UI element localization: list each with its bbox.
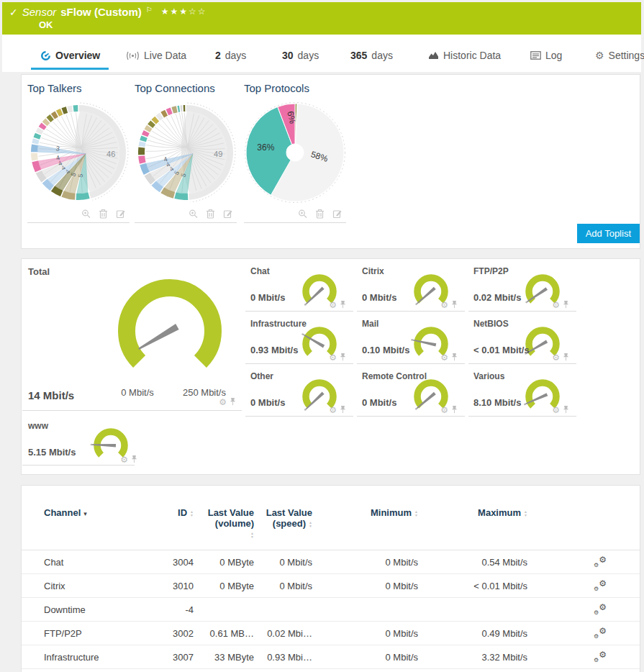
tab-settings-label: Settings xyxy=(609,50,644,61)
add-toplist-button[interactable]: Add Toplist xyxy=(577,224,640,243)
live-data-icon xyxy=(126,51,140,60)
gear-icon[interactable]: ⚙ xyxy=(440,353,448,362)
edit-icon[interactable] xyxy=(116,209,125,219)
tab-live-data[interactable]: Live Data xyxy=(126,50,186,68)
gauge-actions: ⚙ xyxy=(440,300,458,309)
tab-settings[interactable]: ⚙ Settings xyxy=(595,50,644,68)
tab-historic-label: Historic Data xyxy=(443,50,501,61)
last-value-speed: 0.93 Mbi… xyxy=(254,652,312,663)
gauge-actions: ⚙ xyxy=(120,455,137,464)
pin-icon[interactable] xyxy=(563,300,569,309)
column-header-last-value-volume-[interactable]: Last Value(volume)▲▼ xyxy=(194,507,254,540)
channel-name: Citrix xyxy=(44,581,150,591)
gear-icon[interactable]: ⚙ xyxy=(219,398,227,407)
toplist-toolbar xyxy=(27,208,130,222)
channel-settings-icon[interactable]: ⚙⚙ xyxy=(594,580,607,591)
table-row-downtime[interactable]: Downtime-4⚙⚙ xyxy=(22,598,640,622)
gear-icon[interactable]: ⚙ xyxy=(329,301,337,309)
gear-icon[interactable]: ⚙ xyxy=(440,406,448,414)
tab-log[interactable]: Log xyxy=(530,50,562,68)
pin-icon[interactable] xyxy=(563,405,569,414)
gear-icon[interactable]: ⚙ xyxy=(329,353,337,362)
column-header-id[interactable]: ID▲▼ xyxy=(150,507,194,518)
channel-table-panel: Channel▾ID▲▼Last Value(volume)▲▼Last Val… xyxy=(21,485,640,672)
pin-icon[interactable] xyxy=(451,405,458,414)
gear-icon[interactable]: ⚙ xyxy=(552,301,560,309)
sensor-kind-label: Sensor xyxy=(22,6,57,18)
last-value-speed: 0 Mbit/s xyxy=(254,557,312,568)
tab-log-label: Log xyxy=(545,50,562,61)
gauge-actions: ⚙ xyxy=(552,300,569,309)
channel-name: Infrastructure xyxy=(44,652,150,663)
channel-value: 0.10 Mbit/s xyxy=(362,345,409,355)
column-header-minimum[interactable]: Minimum▲▼ xyxy=(312,507,418,518)
total-gauge xyxy=(101,275,238,386)
toplist-top-protocols[interactable]: Top Protocols 58%36%6% xyxy=(244,82,346,223)
top-connections-chord-chart[interactable]: 5544449 xyxy=(135,96,237,208)
channel-label: www xyxy=(28,421,48,431)
gear-icon[interactable]: ⚙ xyxy=(552,406,560,414)
gauge-cell-netbios: NetBIOS< 0.01 Mbit/s⚙ xyxy=(468,318,576,364)
toplist-title: Top Talkers xyxy=(27,82,130,94)
top-protocols-pie-chart[interactable]: 58%36%6% xyxy=(244,96,346,208)
edit-icon[interactable] xyxy=(332,209,342,219)
sensor-header: ✓ Sensor sFlow (Custom) ⚐ ★★★☆☆ OK xyxy=(2,2,641,35)
histogram-icon xyxy=(428,51,439,60)
pin-icon[interactable] xyxy=(451,300,458,309)
column-header-channel[interactable]: Channel▾ xyxy=(44,507,150,519)
star-rating[interactable]: ★★★☆☆ xyxy=(161,6,207,17)
gear-icon[interactable]: ⚙ xyxy=(120,455,128,464)
channel-table-header: Channel▾ID▲▼Last Value(volume)▲▼Last Val… xyxy=(22,486,640,550)
tab-2-days[interactable]: 2days xyxy=(215,50,246,68)
channel-settings-icon[interactable]: ⚙⚙ xyxy=(594,651,607,663)
channel-value: 0.02 Mbit/s xyxy=(473,292,521,303)
table-row-citrix[interactable]: Citrix30100 MByte0 Mbit/s0 Mbit/s< 0.01 … xyxy=(22,574,640,598)
tab-bar: Overview Live Data 2days 30days 365days … xyxy=(2,35,641,72)
toplists-panel: Top Talkers 554444346 Top Connections 55… xyxy=(21,74,640,249)
svg-text:49: 49 xyxy=(214,150,222,158)
minimum: 0 Mbit/s xyxy=(312,557,418,568)
last-value-speed: 0 Mbit/s xyxy=(254,581,312,591)
pin-icon[interactable] xyxy=(451,353,458,362)
tab-30-days[interactable]: 30days xyxy=(282,50,319,68)
maximum: 0.49 Mbit/s xyxy=(418,628,527,639)
gear-icon[interactable]: ⚙ xyxy=(440,301,448,309)
edit-icon[interactable] xyxy=(223,209,232,219)
column-header-maximum[interactable]: Maximum▲▼ xyxy=(418,507,527,518)
channel-settings-icon[interactable]: ⚙⚙ xyxy=(594,604,607,615)
channel-id: 3002 xyxy=(150,628,194,639)
toplist-top-talkers[interactable]: Top Talkers 554444346 xyxy=(27,82,130,223)
tab-overview[interactable]: Overview xyxy=(31,50,109,70)
table-row-chat[interactable]: Chat30040 MByte0 Mbit/s0 Mbit/s0.54 Mbit… xyxy=(22,550,640,574)
tab-live-data-label: Live Data xyxy=(144,50,186,61)
channel-name: Downtime xyxy=(44,604,150,615)
tab-365-days[interactable]: 365days xyxy=(350,50,393,68)
table-row-ftp-p2p[interactable]: FTP/P2P30020.61 MB…0.02 Mbi…0 Mbit/s0.49… xyxy=(22,622,640,645)
pin-icon[interactable] xyxy=(563,353,569,362)
magnifier-icon[interactable] xyxy=(189,209,198,219)
column-header-last-value-speed-[interactable]: Last Value(speed)▲▼ xyxy=(254,507,312,529)
magnifier-icon[interactable] xyxy=(81,209,91,219)
delete-icon[interactable] xyxy=(206,209,215,219)
channel-settings-icon[interactable]: ⚙⚙ xyxy=(594,627,607,639)
channel-label: Total xyxy=(28,266,50,277)
pin-icon[interactable] xyxy=(340,353,346,362)
delete-icon[interactable] xyxy=(99,209,108,219)
gear-icon[interactable]: ⚙ xyxy=(329,406,337,414)
tab-historic-data[interactable]: Historic Data xyxy=(428,50,501,68)
channel-settings-icon[interactable]: ⚙⚙ xyxy=(594,556,607,568)
priority-flag-icon[interactable]: ⚐ xyxy=(146,6,153,14)
channel-label: NetBIOS xyxy=(473,319,509,329)
channel-id: 3004 xyxy=(150,557,194,568)
pin-icon[interactable] xyxy=(230,397,236,407)
toplist-top-connections[interactable]: Top Connections 5544449 xyxy=(135,82,237,223)
table-row-infrastructure[interactable]: Infrastructure300733 MByte0.93 Mbi…0 Mbi… xyxy=(22,645,640,669)
pin-icon[interactable] xyxy=(131,455,137,464)
pin-icon[interactable] xyxy=(340,405,346,414)
delete-icon[interactable] xyxy=(315,209,325,219)
channel-label: Mail xyxy=(362,319,378,329)
pin-icon[interactable] xyxy=(340,300,346,309)
gear-icon[interactable]: ⚙ xyxy=(552,353,560,362)
top-talkers-chord-chart[interactable]: 554444346 xyxy=(27,96,130,208)
magnifier-icon[interactable] xyxy=(298,209,307,219)
